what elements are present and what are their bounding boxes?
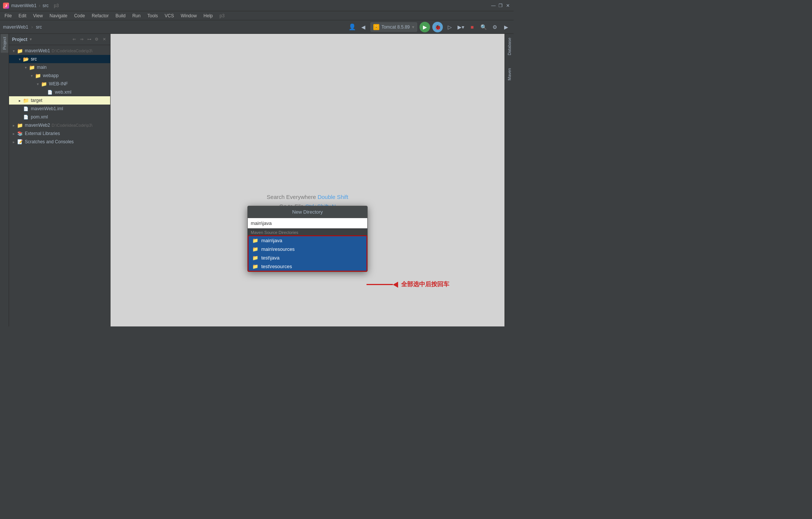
run-config-dropdown: ▾ [412, 24, 414, 30]
back-button[interactable]: ◀ [359, 23, 368, 32]
label-webapp: webapp [43, 73, 59, 78]
expand-all-icon[interactable]: ⇒ [79, 36, 85, 42]
right-sidebar: Database Maven [504, 34, 514, 326]
tree-item-iml[interactable]: ▸ 📄 mavenWeb1.iml [9, 105, 110, 113]
maven-tab[interactable]: Maven [506, 66, 513, 83]
debug-button[interactable]: 🐞 [432, 22, 443, 32]
project-panel-header: Project ▾ ⇐ ⇒ ⊶ ⚙ ✕ [9, 34, 110, 45]
menu-refactor[interactable]: Refactor [89, 12, 112, 19]
tree-item-mavenWeb1[interactable]: ▾ 📁 mavenWeb1 D:\Code\ideaCode\p3\ [9, 47, 110, 55]
item-label-main-java: main\java [261, 238, 282, 243]
minimize-button[interactable]: — [491, 3, 496, 8]
maximize-button[interactable]: ❐ [498, 3, 503, 8]
settings-button[interactable]: ⚙ [490, 23, 499, 32]
label-iml: mavenWeb1.iml [31, 106, 63, 111]
hint-search: Search Everywhere Double Shift [267, 194, 348, 200]
tree-item-src[interactable]: ▾ 📂 src [9, 55, 110, 63]
close-button[interactable]: ✕ [505, 3, 511, 8]
tree-item-webinf[interactable]: ▾ 📁 WEB-INF [9, 80, 110, 88]
menu-help[interactable]: Help [200, 12, 216, 19]
annotation-arrow: 全部选中后按回车 [367, 281, 449, 288]
list-item-main-resources[interactable]: 📁 main\resources [248, 245, 367, 253]
autoscroll-icon[interactable]: ⊶ [86, 36, 92, 42]
directory-input[interactable] [248, 218, 367, 228]
arrow-mavenWeb2: ▸ [11, 123, 17, 127]
tree-item-scratches[interactable]: ▸ 📝 Scratches and Consoles [9, 138, 110, 146]
label-webxml: web.xml [55, 90, 71, 95]
arrow-extlibs: ▸ [11, 132, 17, 136]
menu-tools[interactable]: Tools [144, 12, 161, 19]
title-sep: › [39, 3, 40, 8]
path-mavenWeb1: D:\Code\ideaCode\p3\ [52, 49, 92, 53]
list-item-main-java[interactable]: 📁 main\java [248, 236, 367, 245]
collapse-all-icon[interactable]: ⇐ [71, 36, 77, 42]
run-config-label: Tomcat 8.5.89 [382, 24, 410, 30]
label-webinf: WEB-INF [49, 81, 68, 86]
tree-item-mavenWeb2[interactable]: ▸ 📁 mavenWeb2 D:\Code\ideaCode\p3\ [9, 121, 110, 129]
list-item-test-resources[interactable]: 📁 test\resources [248, 262, 367, 271]
path-mavenWeb2: D:\Code\ideaCode\p3\ [52, 123, 92, 127]
arrow-target: ▸ [17, 99, 23, 103]
list-item-test-java[interactable]: 📁 test\java [248, 253, 367, 262]
label-pom: pom.xml [31, 114, 48, 120]
breadcrumb-project: mavenWeb1 [3, 24, 28, 30]
tree-item-webapp[interactable]: ▾ 📁 webapp [9, 71, 110, 80]
folder-icon-main-resources: 📁 [252, 246, 258, 252]
menu-navigate[interactable]: Navigate [47, 12, 70, 19]
title-bar: J mavenWeb1 › src p3 — ❐ ✕ [0, 0, 514, 11]
menu-vcs[interactable]: VCS [162, 12, 177, 19]
stop-button[interactable]: ■ [468, 23, 477, 32]
menu-run[interactable]: Run [129, 12, 144, 19]
item-label-test-java: test\java [261, 255, 279, 261]
menu-file[interactable]: File [2, 12, 15, 19]
menu-window[interactable]: Window [178, 12, 200, 19]
project-tree: ▾ 📁 mavenWeb1 D:\Code\ideaCode\p3\ ▾ 📂 s… [9, 45, 110, 326]
icon-webapp: 📁 [35, 73, 41, 79]
menu-code[interactable]: Code [71, 12, 88, 19]
icon-target: 📁 [23, 97, 29, 103]
folder-icon-test-resources: 📁 [252, 264, 258, 269]
arrow-line [367, 284, 393, 285]
window-controls: — ❐ ✕ [491, 3, 511, 8]
tree-item-webxml[interactable]: ▸ 📄 web.xml [9, 88, 110, 96]
toolbar-right: 👤 ◀ 🐱 Tomcat 8.5.89 ▾ ▶ 🐞 ▷ ▶▾ ■ 🔍 ⚙ ▶ [348, 22, 511, 32]
menu-edit[interactable]: Edit [15, 12, 29, 19]
coverage-button[interactable]: ▷ [445, 23, 454, 32]
dialog-list: 📁 main\java 📁 main\resources 📁 test\java… [248, 235, 367, 272]
tree-item-main[interactable]: ▾ 📁 main [9, 63, 110, 71]
folder-icon-main-java: 📁 [252, 238, 258, 243]
tree-item-extlibs[interactable]: ▸ 📚 External Libraries [9, 129, 110, 138]
folder-icon-test-java: 📁 [252, 255, 258, 261]
search-everywhere-button[interactable]: 🔍 [479, 23, 488, 32]
hint-search-shortcut: Double Shift [318, 194, 348, 200]
more-run-button[interactable]: ▶▾ [456, 23, 465, 32]
arrow-mavenWeb1: ▾ [11, 49, 17, 53]
label-scratches: Scratches and Consoles [25, 139, 74, 144]
run-config[interactable]: 🐱 Tomcat 8.5.89 ▾ [370, 22, 417, 32]
run-button[interactable]: ▶ [420, 22, 430, 32]
database-tab[interactable]: Database [506, 35, 513, 58]
project-tab[interactable]: Project [1, 34, 8, 53]
app-name-label: p3 [220, 13, 224, 18]
menu-view[interactable]: View [30, 12, 46, 19]
arrow-graphic [367, 282, 398, 288]
project-panel: Project ▾ ⇐ ⇒ ⊶ ⚙ ✕ ▾ 📁 mavenWeb1 D:\Cod… [9, 34, 111, 326]
menu-build[interactable]: Build [112, 12, 129, 19]
panel-dropdown-icon[interactable]: ▾ [30, 37, 32, 42]
dialog-title: New Directory [248, 206, 367, 218]
settings-panel-icon[interactable]: ⚙ [94, 36, 100, 42]
label-main: main [37, 65, 47, 70]
app-logo: J [3, 3, 9, 9]
tree-item-target[interactable]: ▸ 📁 target [9, 96, 110, 105]
close-panel-icon[interactable]: ✕ [101, 36, 107, 42]
main-content: Search Everywhere Double Shift Go to Fil… [111, 34, 504, 326]
user-button[interactable]: 👤 [348, 23, 357, 32]
app-label: p3 [54, 3, 59, 8]
tree-item-pom[interactable]: ▸ 📄 pom.xml [9, 113, 110, 121]
icon-scratches: 📝 [17, 139, 23, 145]
project-name: mavenWeb1 [11, 3, 36, 8]
label-target: target [31, 98, 42, 103]
forward-button[interactable]: ▶ [501, 23, 511, 32]
title-bar-left: J mavenWeb1 › src p3 [3, 3, 59, 9]
panel-icons: ⇐ ⇒ ⊶ ⚙ ✕ [71, 36, 107, 42]
